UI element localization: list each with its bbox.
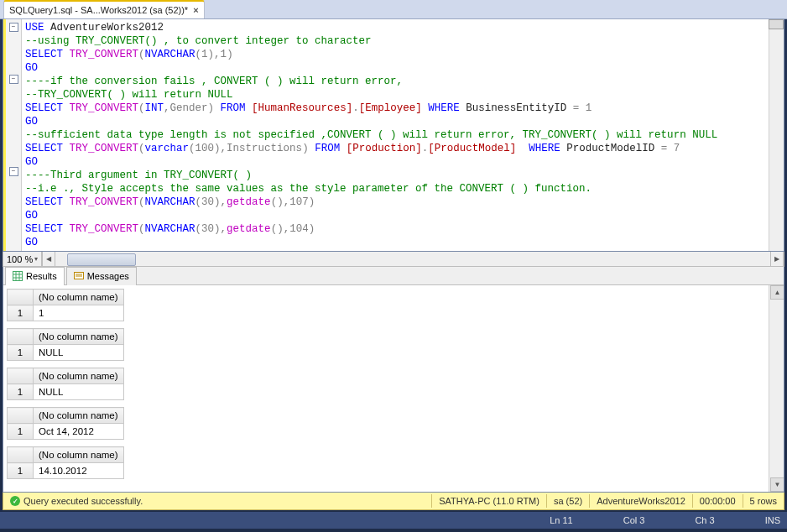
- row-header[interactable]: 1: [8, 305, 34, 321]
- grid-corner: [8, 329, 34, 345]
- results-tab-strip: Results Messages: [3, 267, 784, 285]
- result-grid: (No column name)1NULL: [7, 328, 766, 361]
- fold-toggle[interactable]: −: [9, 23, 18, 32]
- grid-corner: [8, 289, 34, 305]
- cursor-line: Ln 11: [550, 515, 573, 525]
- scroll-down-button[interactable]: ▼: [770, 477, 784, 492]
- document-tab[interactable]: SQLQuery1.sql - SA...Works2012 (sa (52))…: [3, 0, 205, 18]
- grid-corner: [8, 447, 34, 463]
- results-pane: Results Messages ▲ ▼ (No column name)11(…: [3, 267, 784, 493]
- cell[interactable]: NULL: [34, 384, 124, 400]
- grid-corner: [8, 368, 34, 384]
- row-header[interactable]: 1: [8, 463, 34, 479]
- status-message: Query executed successfully.: [23, 496, 143, 506]
- row-header[interactable]: 1: [8, 424, 34, 440]
- row-header[interactable]: 1: [8, 345, 34, 361]
- status-server: SATHYA-PC (11.0 RTM): [439, 496, 539, 506]
- grid-corner: [8, 408, 34, 424]
- column-header[interactable]: (No column name): [34, 368, 124, 384]
- fold-toggle[interactable]: −: [9, 167, 18, 176]
- row-header[interactable]: 1: [8, 384, 34, 400]
- code-area[interactable]: USE AdventureWorks2012--using TRY_CONVER…: [22, 19, 769, 251]
- messages-icon: [74, 271, 84, 281]
- editor-bottom-strip: 100 % ▾ ◀ ▶: [3, 252, 784, 267]
- code-editor[interactable]: − − − USE AdventureWorks2012--using TRY_…: [3, 19, 784, 252]
- cell[interactable]: Oct 14, 2012: [34, 424, 124, 440]
- cell[interactable]: NULL: [34, 345, 124, 361]
- grid-icon: [13, 271, 23, 281]
- fold-toggle[interactable]: −: [9, 75, 18, 84]
- results-vertical-scrollbar[interactable]: ▲ ▼: [769, 285, 784, 492]
- editor-vertical-scrollbar[interactable]: [769, 19, 784, 251]
- query-status-bar: ✓ Query executed successfully. SATHYA-PC…: [3, 493, 784, 510]
- cursor-col: Col 3: [623, 515, 645, 525]
- tab-messages[interactable]: Messages: [66, 267, 137, 285]
- tab-results[interactable]: Results: [5, 267, 65, 285]
- scroll-thumb[interactable]: [67, 253, 136, 266]
- column-header[interactable]: (No column name): [34, 408, 124, 424]
- scroll-right-button[interactable]: ▶: [770, 252, 784, 266]
- column-header[interactable]: (No column name): [34, 447, 124, 463]
- result-grid: (No column name)11: [7, 289, 766, 321]
- status-database: AdventureWorks2012: [597, 496, 685, 506]
- result-grid: (No column name)1Oct 14, 2012: [7, 407, 766, 440]
- status-elapsed: 00:00:00: [700, 496, 736, 506]
- success-icon: ✓: [10, 496, 20, 506]
- scroll-left-button[interactable]: ◀: [42, 252, 55, 266]
- fold-gutter: − − −: [6, 19, 22, 251]
- document-tab-bar: SQLQuery1.sql - SA...Works2012 (sa (52))…: [0, 0, 787, 19]
- result-grid: (No column name)1NULL: [7, 368, 766, 400]
- document-tab-title: SQLQuery1.sql - SA...Works2012 (sa (52))…: [9, 5, 188, 15]
- column-header[interactable]: (No column name): [34, 329, 124, 345]
- cell[interactable]: 1: [34, 305, 124, 321]
- insert-mode: INS: [765, 515, 780, 525]
- chevron-down-icon: ▾: [34, 255, 38, 263]
- status-rowcount: 5 rows: [750, 496, 777, 506]
- zoom-dropdown[interactable]: 100 % ▾: [3, 252, 42, 266]
- results-grids: ▲ ▼ (No column name)11(No column name)1N…: [3, 285, 784, 492]
- horizontal-scrollbar[interactable]: [55, 252, 770, 266]
- close-icon[interactable]: ×: [193, 5, 198, 15]
- cursor-ch: Ch 3: [695, 515, 714, 525]
- svg-rect-0: [13, 272, 23, 281]
- column-header[interactable]: (No column name): [34, 289, 124, 305]
- scroll-up-button[interactable]: ▲: [770, 285, 784, 300]
- split-handle-icon[interactable]: [769, 19, 784, 29]
- tab-messages-label: Messages: [87, 271, 129, 281]
- result-grid: (No column name)114.10.2012: [7, 446, 766, 479]
- status-user: sa (52): [554, 496, 582, 506]
- cell[interactable]: 14.10.2012: [34, 463, 124, 479]
- ide-status-bar: Ln 11 Col 3 Ch 3 INS: [0, 512, 787, 529]
- tab-results-label: Results: [26, 271, 57, 281]
- zoom-value: 100 %: [7, 254, 33, 264]
